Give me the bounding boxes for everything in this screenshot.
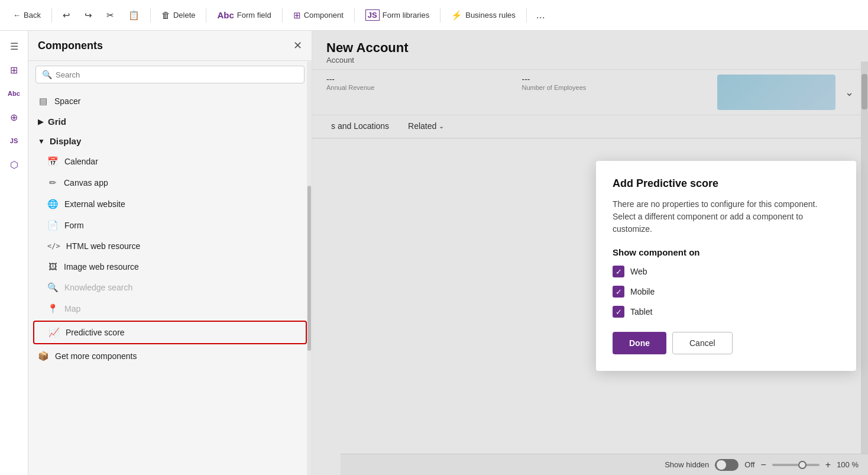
web-checkbox-row: ✓ Web	[613, 266, 840, 277]
sidebar-item-display[interactable]: ▼ Display	[28, 131, 312, 151]
grid-icon-button[interactable]: ⊞	[4, 59, 25, 80]
add-predictive-score-modal: Add Predictive score There are no proper…	[596, 161, 856, 371]
sidebar-item-get-more[interactable]: 📦 Get more components	[28, 345, 312, 367]
business-rules-icon: ⚡	[451, 10, 462, 21]
icon-bar: ☰ ⊞ Abc ⊕ JS ⬡	[0, 31, 28, 475]
content-area: New Account Account --- Annual Revenue -…	[312, 31, 868, 475]
sidebar-header: Components ✕	[28, 31, 312, 61]
mobile-check-icon: ✓	[616, 287, 622, 296]
display-expand-icon: ▼	[38, 137, 45, 146]
separator-3	[206, 8, 206, 22]
sidebar-item-canvas-app[interactable]: ✏ Canvas app	[28, 172, 312, 193]
abc-icon-button[interactable]: Abc	[4, 83, 25, 104]
form-libraries-label: Form libraries	[383, 11, 429, 20]
separator-7	[526, 8, 527, 22]
html-web-resource-label: HTML web resource	[66, 241, 141, 251]
done-button[interactable]: Done	[613, 332, 666, 354]
html-web-resource-icon: </>	[47, 242, 60, 250]
separator-4	[282, 8, 283, 22]
node-icon: ⬡	[10, 159, 18, 170]
sidebar-scrollbar-thumb	[307, 186, 311, 351]
spacer-label: Spacer	[54, 96, 80, 106]
predictive-score-icon: 📈	[48, 327, 60, 338]
node-icon-button[interactable]: ⬡	[4, 154, 25, 175]
calendar-icon: 📅	[47, 156, 59, 167]
map-icon: 📍	[47, 303, 59, 314]
js-icon: JS	[365, 9, 380, 21]
paste-icon: 📋	[128, 10, 140, 21]
modal-description: There are no properties to configure for…	[613, 198, 840, 235]
sidebar-item-form[interactable]: 📄 Form	[28, 215, 312, 236]
predictive-score-highlight: 📈 Predictive score	[33, 321, 307, 344]
sidebar-item-image-web-resource[interactable]: 🖼 Image web resource	[28, 256, 312, 277]
form-field-icon: Abc	[217, 10, 234, 20]
sidebar-item-map: 📍 Map	[28, 298, 312, 319]
delete-icon: 🗑	[161, 10, 170, 20]
js-small-icon: JS	[10, 137, 18, 144]
form-libraries-button[interactable]: JS Form libraries	[359, 6, 435, 24]
modal-buttons: Done Cancel	[613, 332, 840, 354]
component-icon: ⊞	[293, 10, 301, 21]
tablet-check-icon: ✓	[616, 308, 622, 316]
display-label: Display	[50, 136, 81, 146]
sidebar-item-html-web-resource[interactable]: </> HTML web resource	[28, 236, 312, 256]
modal-title: Add Predictive score	[613, 177, 840, 190]
get-more-icon: 📦	[38, 351, 49, 361]
knowledge-search-icon: 🔍	[47, 282, 59, 293]
main-layout: ☰ ⊞ Abc ⊕ JS ⬡ Components ✕ 🔍	[0, 31, 868, 475]
image-web-resource-icon: 🖼	[47, 261, 58, 272]
sidebar-close-button[interactable]: ✕	[293, 39, 302, 52]
tablet-checkbox-row: ✓ Tablet	[613, 306, 840, 318]
separator-6	[440, 8, 441, 22]
mobile-checkbox-label: Mobile	[630, 287, 655, 296]
business-rules-button[interactable]: ⚡ Business rules	[445, 7, 522, 24]
menu-icon-button[interactable]: ☰	[4, 35, 25, 57]
predictive-score-label: Predictive score	[66, 328, 125, 337]
cut-icon: ✂	[106, 10, 114, 21]
back-button[interactable]: ← Back	[7, 7, 47, 23]
js-icon-button[interactable]: JS	[4, 130, 25, 151]
search-input[interactable]	[56, 70, 298, 79]
show-component-on-title: Show component on	[613, 247, 840, 257]
form-label: Form	[64, 221, 84, 230]
separator-2	[150, 8, 151, 22]
search-box: 🔍	[35, 66, 305, 83]
tablet-checkbox[interactable]: ✓	[613, 306, 624, 318]
undo-button[interactable]: ↩	[57, 7, 76, 24]
hamburger-icon: ☰	[10, 41, 18, 52]
sidebar-item-calendar[interactable]: 📅 Calendar	[28, 151, 312, 172]
paste-button[interactable]: 📋	[122, 7, 145, 24]
grid-expand-icon: ▶	[38, 118, 43, 126]
tablet-checkbox-label: Tablet	[630, 307, 652, 316]
form-field-button[interactable]: Abc Form field	[211, 7, 277, 24]
component-label: Component	[304, 11, 344, 20]
image-web-resource-label: Image web resource	[64, 262, 139, 272]
sidebar-item-knowledge-search: 🔍 Knowledge search	[28, 277, 312, 298]
sidebar-item-predictive-score[interactable]: 📈 Predictive score	[34, 322, 306, 343]
web-checkbox[interactable]: ✓	[613, 266, 624, 277]
map-label: Map	[64, 304, 80, 314]
cut-button[interactable]: ✂	[101, 7, 120, 24]
sidebar-item-external-website[interactable]: 🌐 External website	[28, 193, 312, 215]
grid-icon: ⊞	[10, 64, 18, 76]
mobile-checkbox-row: ✓ Mobile	[613, 286, 840, 298]
canvas-app-icon: ✏	[47, 177, 58, 188]
canvas-app-label: Canvas app	[64, 178, 108, 188]
delete-button[interactable]: 🗑 Delete	[156, 7, 202, 24]
sidebar-item-grid[interactable]: ▶ Grid	[28, 112, 312, 131]
redo-button[interactable]: ↪	[79, 7, 98, 24]
web-checkbox-label: Web	[630, 267, 647, 276]
more-button[interactable]: ...	[532, 7, 550, 24]
layers-icon: ⊕	[10, 112, 18, 123]
mobile-checkbox[interactable]: ✓	[613, 286, 624, 298]
form-icon: 📄	[47, 220, 59, 231]
grid-label: Grid	[48, 117, 66, 127]
layers-icon-button[interactable]: ⊕	[4, 106, 25, 128]
undo-icon: ↩	[63, 10, 70, 21]
separator-1	[51, 8, 52, 22]
sidebar-item-spacer[interactable]: ▤ Spacer	[28, 91, 312, 112]
delete-label: Delete	[173, 11, 196, 20]
component-button[interactable]: ⊞ Component	[287, 7, 349, 24]
cancel-button[interactable]: Cancel	[672, 332, 733, 354]
separator-5	[354, 8, 355, 22]
